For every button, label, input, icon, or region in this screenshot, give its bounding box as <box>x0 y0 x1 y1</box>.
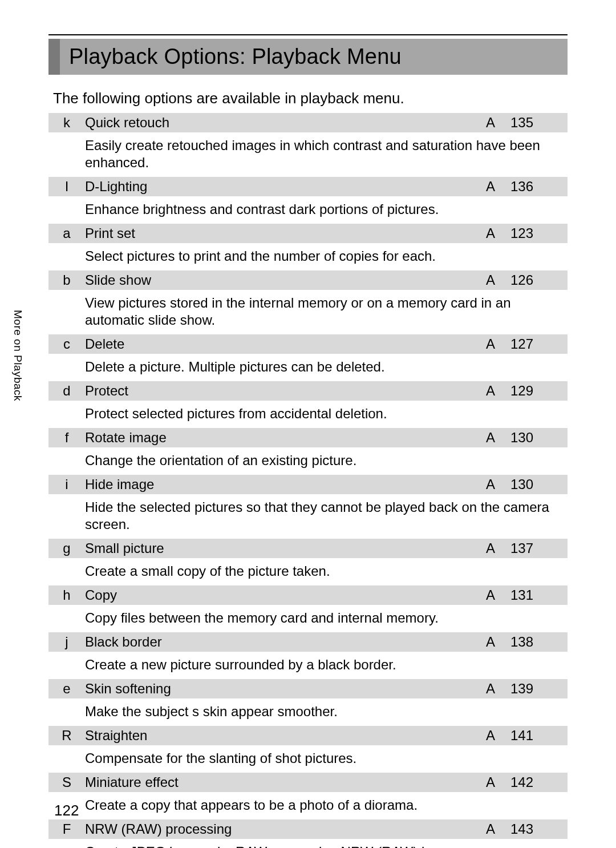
menu-item-page-ref: 130 <box>505 477 568 492</box>
description-pad <box>48 294 85 329</box>
description-pad <box>48 452 85 469</box>
menu-item-description: Create JPEG images by RAW processing NRW… <box>85 843 568 848</box>
description-pad <box>48 656 85 673</box>
menu-item-page-ref: 138 <box>505 634 568 650</box>
menu-item-page-ref: 143 <box>505 821 568 837</box>
menu-item-description-row: Create a small copy of the picture taken… <box>48 558 568 585</box>
menu-item-ref-letter: A <box>476 774 505 790</box>
menu-item-page-ref: 123 <box>505 225 568 241</box>
section-title: Playback Options: Playback Menu <box>69 45 402 68</box>
menu-item-description-row: Select pictures to print and the number … <box>48 243 568 270</box>
menu-item-name: NRW (RAW) processing <box>85 821 476 837</box>
menu-item-icon: c <box>48 336 85 352</box>
menu-item-description-row: View pictures stored in the internal mem… <box>48 290 568 334</box>
menu-item-icon: R <box>48 728 85 744</box>
menu-item-header: dProtectA129 <box>48 381 568 401</box>
title-accent <box>48 39 60 75</box>
menu-item-page-ref: 135 <box>505 115 568 131</box>
menu-item-description: Select pictures to print and the number … <box>85 248 568 265</box>
menu-item-ref-letter: A <box>476 477 505 492</box>
menu-item-ref-letter: A <box>476 225 505 241</box>
menu-item-icon: e <box>48 681 85 697</box>
menu-item-page-ref: 131 <box>505 587 568 603</box>
menu-item-description-row: Copy files between the memory card and i… <box>48 605 568 632</box>
menu-item-ref-letter: A <box>476 540 505 556</box>
menu-item-description: Make the subject s skin appear smoother. <box>85 703 568 720</box>
page: Playback Options: Playback Menu The foll… <box>0 0 616 848</box>
menu-item-header: jBlack borderA138 <box>48 632 568 652</box>
menu-item-icon: F <box>48 821 85 837</box>
menu-item-name: Delete <box>85 336 476 352</box>
menu-item-ref-letter: A <box>476 272 505 288</box>
menu-item-header: hCopyA131 <box>48 585 568 605</box>
menu-item-description: Delete a picture. Multiple pictures can … <box>85 358 568 375</box>
menu-item-ref-letter: A <box>476 821 505 837</box>
description-pad <box>48 248 85 265</box>
menu-item-page-ref: 136 <box>505 179 568 195</box>
menu-item-header: RStraightenA141 <box>48 726 568 745</box>
menu-item-description: Copy files between the memory card and i… <box>85 609 568 627</box>
playback-menu-table: kQuick retouchA135Easily create retouche… <box>48 113 568 848</box>
description-pad <box>48 750 85 767</box>
description-pad <box>48 358 85 375</box>
menu-item-description: Hide the selected pictures so that they … <box>85 499 568 533</box>
menu-item-icon: d <box>48 383 85 399</box>
description-pad <box>48 843 85 848</box>
menu-item-description-row: Change the orientation of an existing pi… <box>48 447 568 475</box>
menu-item-description-row: Create JPEG images by RAW processing NRW… <box>48 839 568 848</box>
menu-item-description: Create a small copy of the picture taken… <box>85 563 568 580</box>
menu-item-ref-letter: A <box>476 336 505 352</box>
menu-item-ref-letter: A <box>476 587 505 603</box>
description-pad <box>48 201 85 218</box>
menu-item-name: Quick retouch <box>85 115 476 131</box>
menu-item-name: Small picture <box>85 540 476 556</box>
menu-item-description-row: Delete a picture. Multiple pictures can … <box>48 354 568 381</box>
description-pad <box>48 405 85 422</box>
menu-item-name: Rotate image <box>85 430 476 446</box>
description-pad <box>48 563 85 580</box>
menu-item-name: D-Lighting <box>85 179 476 195</box>
menu-item-header: gSmall pictureA137 <box>48 539 568 558</box>
menu-item-description-row: Hide the selected pictures so that they … <box>48 494 568 539</box>
menu-item-name: Black border <box>85 634 476 650</box>
menu-item-page-ref: 137 <box>505 540 568 556</box>
menu-item-header: SMiniature effectA142 <box>48 773 568 792</box>
menu-item-description: View pictures stored in the internal mem… <box>85 294 568 329</box>
menu-item-icon: j <box>48 634 85 650</box>
menu-item-header: eSkin softeningA139 <box>48 679 568 698</box>
menu-item-ref-letter: A <box>476 383 505 399</box>
menu-item-name: Print set <box>85 225 476 241</box>
menu-item-description-row: Create a new picture surrounded by a bla… <box>48 652 568 679</box>
menu-item-icon: i <box>48 477 85 492</box>
menu-item-page-ref: 126 <box>505 272 568 288</box>
menu-item-ref-letter: A <box>476 179 505 195</box>
menu-item-description-row: Easily create retouched images in which … <box>48 132 568 177</box>
menu-item-name: Protect <box>85 383 476 399</box>
menu-item-page-ref: 130 <box>505 430 568 446</box>
menu-item-name: Slide show <box>85 272 476 288</box>
menu-item-icon: h <box>48 587 85 603</box>
menu-item-header: fRotate imageA130 <box>48 428 568 447</box>
menu-item-name: Straighten <box>85 728 476 744</box>
menu-item-icon: f <box>48 430 85 446</box>
menu-item-description: Easily create retouched images in which … <box>85 137 568 171</box>
page-number: 122 <box>54 802 79 819</box>
menu-item-description: Enhance brightness and contrast dark por… <box>85 201 568 218</box>
side-tab-label: More on Playback <box>11 310 24 401</box>
menu-item-description-row: Compensate for the slanting of shot pict… <box>48 745 568 773</box>
menu-item-page-ref: 139 <box>505 681 568 697</box>
menu-item-header: kQuick retouchA135 <box>48 113 568 132</box>
menu-item-ref-letter: A <box>476 728 505 744</box>
menu-item-icon: g <box>48 540 85 556</box>
menu-item-description: Compensate for the slanting of shot pict… <box>85 750 568 767</box>
menu-item-ref-letter: A <box>476 681 505 697</box>
menu-item-icon: S <box>48 774 85 790</box>
menu-item-description: Create a new picture surrounded by a bla… <box>85 656 568 673</box>
menu-item-description-row: Create a copy that appears to be a photo… <box>48 792 568 819</box>
description-pad <box>48 137 85 171</box>
menu-item-name: Copy <box>85 587 476 603</box>
menu-item-description: Change the orientation of an existing pi… <box>85 452 568 469</box>
menu-item-ref-letter: A <box>476 634 505 650</box>
menu-item-header: aPrint setA123 <box>48 224 568 243</box>
description-pad <box>48 609 85 627</box>
